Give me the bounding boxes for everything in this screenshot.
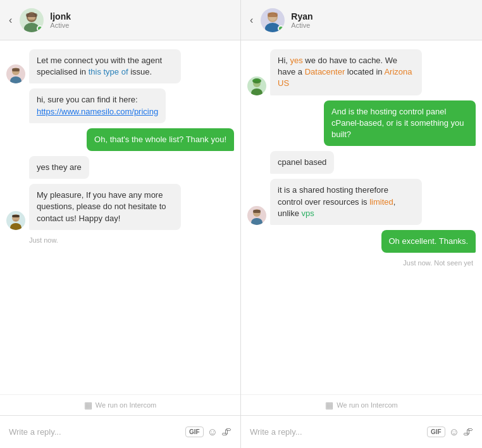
agent-avatar: [247, 206, 266, 225]
reply-input-ryan[interactable]: [250, 427, 422, 437]
svg-rect-13: [268, 13, 278, 17]
svg-point-18: [251, 218, 263, 225]
message-bubble: Let me connect you with the agent specia…: [29, 49, 181, 83]
header-status-ljonk: Active: [50, 21, 71, 29]
message-bubble: Oh, that's the whole list? Thank you!: [87, 128, 234, 151]
gif-button-ljonk[interactable]: GIF: [185, 427, 204, 437]
intercom-footer-ryan: ▦ We run on Intercom: [241, 394, 482, 415]
header-info-ryan: Ryan Active: [291, 11, 312, 29]
message-bubble: My pleasure, If you have any more questi…: [29, 184, 181, 230]
message-bubble: Hi, yes we do have to cache. We have a D…: [270, 49, 422, 95]
avatar-ryan: [261, 8, 285, 32]
header-info-ljonk: ljonk Active: [50, 11, 71, 29]
agent-avatar: [247, 76, 266, 95]
message-bubble: cpanel based: [270, 151, 334, 174]
svg-point-8: [10, 223, 22, 230]
emoji-button-ljonk[interactable]: ☺: [207, 427, 218, 438]
status-dot-ljonk: [37, 25, 43, 32]
message-link[interactable]: https://www.namesilo.com/pricing: [37, 107, 158, 116]
back-button-ljonk[interactable]: ‹: [9, 15, 12, 26]
intercom-icon: ▦: [325, 400, 333, 410]
message-row: Oh, that's the whole list? Thank you!: [6, 128, 234, 151]
chat-header-ljonk: ‹ ljonk Active: [0, 0, 240, 40]
header-name-ryan: Ryan: [291, 11, 312, 21]
message-row: hi, sure you can find it here: https://w…: [6, 88, 234, 123]
svg-rect-19: [253, 210, 261, 213]
header-status-ryan: Active: [291, 21, 312, 29]
reply-input-ljonk[interactable]: [9, 427, 180, 437]
svg-point-5: [10, 76, 22, 83]
reply-actions-ryan: GIF ☺ 🖇: [427, 427, 473, 438]
reply-bar-ljonk: GIF ☺ 🖇: [0, 415, 240, 448]
message-row: it is a shared hosting therefore control…: [247, 179, 476, 225]
svg-rect-9: [12, 215, 20, 217]
attach-button-ljonk[interactable]: 🖇: [221, 427, 232, 438]
attach-button-ryan[interactable]: 🖇: [463, 427, 473, 438]
message-row: Oh excellent. Thanks.: [247, 230, 476, 253]
agent-avatar: [6, 64, 25, 83]
intercom-footer-ljonk: ▦ We run on Intercom: [0, 394, 240, 415]
message-row: Let me connect you with the agent specia…: [6, 49, 234, 83]
chat-panel-ryan: ‹ Ryan Active: [241, 0, 482, 448]
svg-point-15: [251, 88, 263, 95]
messages-area-ljonk[interactable]: Let me connect you with the agent specia…: [0, 40, 240, 394]
gif-button-ryan[interactable]: GIF: [427, 427, 445, 437]
message-row: cpanel based: [247, 151, 476, 174]
back-button-ryan[interactable]: ‹: [250, 15, 253, 26]
message-row: Hi, yes we do have to cache. We have a D…: [247, 49, 476, 95]
avatar-ljonk: [20, 8, 44, 32]
message-row: And is the hosting control panel cPanel-…: [247, 100, 476, 147]
chat-panel-ljonk: ‹ ljonk Active: [0, 0, 241, 448]
message-bubble: And is the hosting control panel cPanel-…: [324, 100, 476, 147]
reply-bar-ryan: GIF ☺ 🖇: [241, 415, 482, 448]
messages-area-ryan[interactable]: Hi, yes we do have to cache. We have a D…: [241, 40, 482, 394]
chat-header-ryan: ‹ Ryan Active: [241, 0, 482, 40]
intercom-label: We run on Intercom: [96, 401, 156, 409]
message-bubble: Oh excellent. Thanks.: [381, 230, 476, 253]
message-bubble: it is a shared hosting therefore control…: [270, 179, 422, 225]
message-row: yes they are: [6, 156, 234, 179]
svg-rect-3: [26, 13, 37, 17]
message-bubble: hi, sure you can find it here: https://w…: [29, 88, 166, 123]
intercom-label: We run on Intercom: [337, 401, 397, 409]
emoji-button-ryan[interactable]: ☺: [449, 427, 459, 438]
message-bubble: yes they are: [29, 156, 89, 179]
svg-rect-6: [12, 68, 20, 71]
timestamp-ljonk: Just now.: [29, 236, 234, 244]
reply-actions-ljonk: GIF ☺ 🖇: [185, 427, 232, 438]
header-name-ljonk: ljonk: [50, 11, 71, 21]
message-row: My pleasure, If you have any more questi…: [6, 184, 234, 230]
agent-avatar: [6, 211, 25, 230]
status-dot-ryan: [278, 25, 284, 32]
timestamp-ryan: Just now. Not seen yet: [247, 259, 473, 267]
intercom-icon: ▦: [84, 400, 92, 410]
